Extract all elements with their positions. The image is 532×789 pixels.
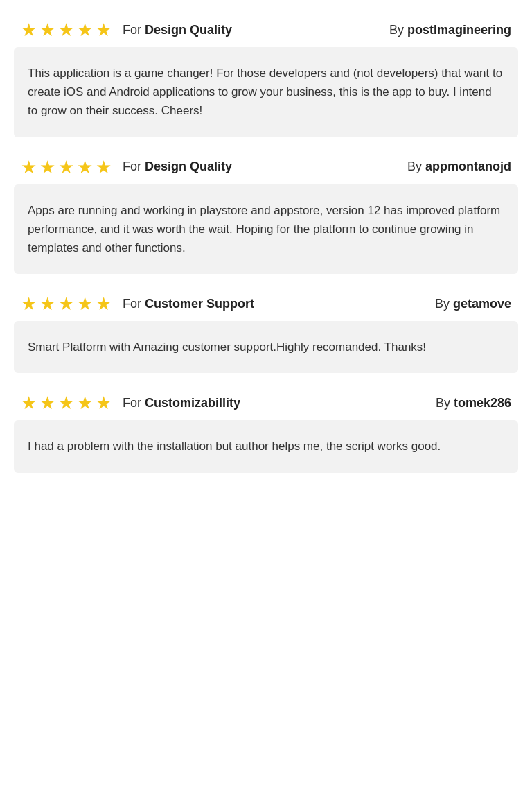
star-icon: ★: [96, 295, 112, 313]
review-text-1: This application is a game changer! For …: [28, 64, 504, 121]
star-icon: ★: [58, 394, 74, 412]
star-icon: ★: [39, 21, 55, 39]
review-by-label-4: By tomek286: [436, 396, 511, 410]
star-icon: ★: [96, 21, 112, 39]
review-category-2: Design Quality: [145, 159, 232, 173]
review-for-label-4: For Customizabillity: [123, 396, 436, 410]
review-by-label-2: By appmontanojd: [407, 159, 511, 174]
star-icon: ★: [58, 295, 74, 313]
review-username-2: appmontanojd: [425, 159, 511, 173]
star-icon: ★: [39, 295, 55, 313]
star-icon: ★: [39, 158, 55, 176]
review-body-4: I had a problem with the installation bu…: [14, 420, 518, 472]
review-category-1: Design Quality: [145, 23, 232, 37]
review-username-4: tomek286: [454, 396, 511, 410]
review-block-1: ★★★★★ For Design Quality By postImaginee…: [14, 21, 518, 137]
review-by-label-1: By postImagineering: [389, 23, 511, 37]
review-text-4: I had a problem with the installation bu…: [28, 437, 504, 456]
star-icon: ★: [77, 158, 93, 176]
review-for-label-1: For Design Quality: [123, 23, 389, 37]
review-category-4: Customizabillity: [145, 396, 240, 410]
star-rating-2: ★★★★★: [21, 158, 112, 176]
review-category-3: Customer Support: [145, 297, 254, 311]
review-header-2: ★★★★★ For Design Quality By appmontanojd: [14, 158, 518, 176]
star-icon: ★: [21, 158, 37, 176]
star-icon: ★: [77, 394, 93, 412]
star-icon: ★: [77, 295, 93, 313]
star-icon: ★: [58, 21, 74, 39]
review-by-label-3: By getamove: [435, 297, 511, 311]
review-header-4: ★★★★★ For Customizabillity By tomek286: [14, 394, 518, 412]
review-username-1: postImagineering: [407, 23, 511, 37]
review-username-3: getamove: [453, 297, 511, 311]
star-icon: ★: [21, 21, 37, 39]
review-for-label-2: For Design Quality: [123, 159, 407, 174]
review-block-3: ★★★★★ For Customer Support By getamove S…: [14, 295, 518, 373]
star-icon: ★: [39, 394, 55, 412]
review-body-3: Smart Platform with Amazing customer sup…: [14, 321, 518, 373]
reviews-list: ★★★★★ For Design Quality By postImaginee…: [14, 21, 518, 473]
review-header-3: ★★★★★ For Customer Support By getamove: [14, 295, 518, 313]
review-text-3: Smart Platform with Amazing customer sup…: [28, 338, 504, 356]
star-rating-3: ★★★★★: [21, 295, 112, 313]
star-icon: ★: [96, 158, 112, 176]
review-block-2: ★★★★★ For Design Quality By appmontanojd…: [14, 158, 518, 275]
review-body-1: This application is a game changer! For …: [14, 47, 518, 137]
review-text-2: Apps are running and working in playstor…: [28, 201, 504, 258]
star-icon: ★: [77, 21, 93, 39]
review-block-4: ★★★★★ For Customizabillity By tomek286 I…: [14, 394, 518, 472]
star-icon: ★: [58, 158, 74, 176]
review-body-2: Apps are running and working in playstor…: [14, 184, 518, 275]
star-icon: ★: [21, 295, 37, 313]
star-rating-4: ★★★★★: [21, 394, 112, 412]
review-for-label-3: For Customer Support: [123, 297, 435, 311]
review-header-1: ★★★★★ For Design Quality By postImaginee…: [14, 21, 518, 39]
star-icon: ★: [96, 394, 112, 412]
star-rating-1: ★★★★★: [21, 21, 112, 39]
star-icon: ★: [21, 394, 37, 412]
